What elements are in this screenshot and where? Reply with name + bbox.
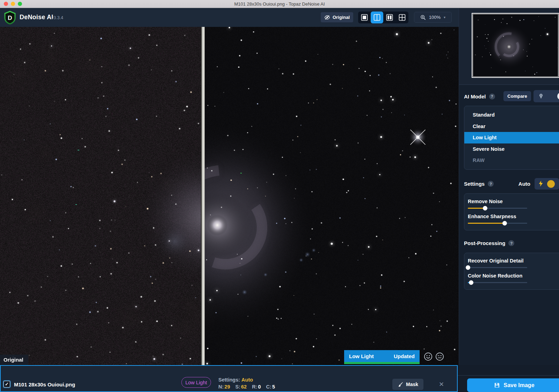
- post-processing-card: Recover Original Detail Color Noise Redu…: [464, 253, 559, 290]
- lightning-icon: [538, 180, 543, 187]
- slider-track[interactable]: [468, 282, 527, 283]
- side-by-side-view-button[interactable]: [383, 12, 396, 23]
- control-panel: AI Model ? Compare Standard Clear Low Li…: [459, 8, 559, 392]
- toggle-knob: [547, 180, 555, 188]
- file-name: M101 28x30s Ouioui.png: [14, 382, 75, 387]
- settings-label: Settings:: [218, 377, 240, 383]
- minimize-window-button[interactable]: [11, 2, 15, 6]
- denoise-logo-icon: D: [3, 10, 16, 25]
- quad-view-icon: [399, 14, 406, 21]
- brush-icon: [398, 382, 403, 387]
- model-option-severe-noise[interactable]: Severe Noise: [464, 143, 559, 155]
- model-pill[interactable]: Low Light: [181, 377, 211, 388]
- navigator-section: [459, 8, 559, 85]
- stats-line: N:29 S:62 R:0 C:5: [218, 383, 279, 390]
- post-processing-header: Post-Processing ?: [464, 238, 554, 249]
- remove-noise-slider[interactable]: Remove Noise: [464, 199, 559, 209]
- stat-color: C:5: [266, 384, 278, 390]
- ai-model-header: AI Model ? Compare: [464, 91, 554, 102]
- compare-button[interactable]: Compare: [503, 91, 531, 101]
- model-option-clear[interactable]: Clear: [464, 121, 559, 132]
- model-option-low-light[interactable]: Low Light: [464, 132, 559, 143]
- save-section: Save Image: [458, 365, 559, 392]
- color-noise-slider[interactable]: Color Noise Reduction: [464, 273, 559, 283]
- model-option-raw[interactable]: RAW: [464, 155, 559, 166]
- single-view-icon: [361, 14, 368, 21]
- quad-view-button[interactable]: [396, 12, 408, 23]
- single-view-button[interactable]: [358, 12, 371, 23]
- stat-noise: N:29: [218, 384, 233, 390]
- mask-button[interactable]: Mask: [392, 379, 423, 390]
- navigator-thumbnail[interactable]: [472, 13, 559, 78]
- enhance-sharpness-slider[interactable]: Enhance Sharpness: [464, 214, 559, 224]
- model-status-badge: Low Light Updated: [344, 350, 420, 362]
- close-window-button[interactable]: [4, 2, 8, 6]
- happy-feedback-icon[interactable]: [424, 352, 433, 361]
- slider-track[interactable]: [468, 267, 527, 268]
- stat-recover: R:0: [252, 384, 264, 390]
- save-label: Save Image: [503, 382, 534, 389]
- view-mode-group: [358, 12, 408, 23]
- original-pane-label: Original: [0, 355, 28, 365]
- remove-noise-label: Remove Noise: [468, 199, 559, 204]
- meh-feedback-icon[interactable]: [435, 352, 444, 361]
- app-name: DeNoise AI: [20, 14, 53, 21]
- settings-value: Auto: [241, 377, 253, 383]
- zoom-in-icon: [420, 15, 426, 20]
- split-preview-image[interactable]: [0, 27, 459, 365]
- auto-settings-toggle[interactable]: [535, 178, 559, 190]
- split-view-icon: [373, 14, 380, 21]
- remove-file-icon[interactable]: ✕: [439, 380, 444, 388]
- file-settings-summary: Settings: Auto N:29 S:62 R:0 C:5: [218, 376, 279, 390]
- eye-off-icon: [324, 15, 330, 20]
- split-view-button[interactable]: [371, 12, 383, 23]
- svg-text:D: D: [8, 15, 12, 21]
- file-strip[interactable]: ✓ M101 28x30s Ouioui.png Low Light Setti…: [0, 365, 458, 392]
- slider-thumb[interactable]: [502, 221, 507, 225]
- toggle-knob: [557, 93, 559, 100]
- window-title: M101 28x30s Ouioui.png - Topaz DeNoise A…: [0, 1, 559, 7]
- slider-track[interactable]: [468, 208, 527, 209]
- app-version: v3.3.4: [51, 15, 63, 20]
- zoom-level: 100%: [429, 15, 441, 20]
- original-label: Original: [333, 15, 350, 20]
- settings-header: Settings ? Auto: [464, 179, 554, 189]
- auto-label: Auto: [518, 181, 530, 187]
- stat-sharpness: S:62: [235, 384, 250, 390]
- recover-detail-slider[interactable]: Recover Original Detail: [464, 258, 559, 268]
- lightbulb-icon: [538, 93, 544, 99]
- post-processing-title: Post-Processing: [464, 240, 505, 246]
- slider-thumb[interactable]: [483, 206, 487, 210]
- badge-status: Updated: [394, 353, 415, 359]
- mask-label: Mask: [406, 382, 418, 387]
- settings-help-icon[interactable]: ?: [488, 181, 494, 187]
- slider-thumb[interactable]: [466, 265, 470, 270]
- file-checkbox[interactable]: ✓: [3, 381, 10, 387]
- badge-model: Low Light: [349, 353, 374, 359]
- color-noise-label: Color Noise Reduction: [468, 273, 559, 279]
- settings-title: Settings: [464, 181, 485, 187]
- enhance-sharpness-label: Enhance Sharpness: [468, 214, 559, 219]
- save-disk-icon: [494, 382, 500, 388]
- side-by-side-view-icon: [386, 14, 393, 21]
- show-original-button[interactable]: Original: [321, 12, 353, 22]
- post-processing-help-icon[interactable]: ?: [508, 240, 514, 246]
- recover-detail-label: Recover Original Detail: [468, 258, 559, 264]
- zoom-window-button[interactable]: [18, 2, 22, 6]
- ai-model-list: Standard Clear Low Light Severe Noise RA…: [464, 106, 559, 170]
- zoom-control[interactable]: 100% ▾: [414, 12, 452, 23]
- auto-model-toggle[interactable]: [533, 90, 559, 102]
- settings-card: Remove Noise Enhance Sharpness: [464, 193, 559, 230]
- slider-track[interactable]: [468, 223, 527, 224]
- slider-thumb[interactable]: [469, 280, 473, 285]
- processing-progress-bar: [344, 362, 420, 364]
- ai-model-help-icon[interactable]: ?: [489, 94, 495, 99]
- save-image-button[interactable]: Save Image: [467, 378, 559, 392]
- chevron-down-icon: ▾: [444, 15, 445, 19]
- model-option-standard[interactable]: Standard: [464, 109, 559, 121]
- macos-titlebar: M101 28x30s Ouioui.png - Topaz DeNoise A…: [0, 0, 559, 8]
- image-viewer[interactable]: Original Low Light Updated: [0, 27, 459, 365]
- ai-model-title: AI Model: [464, 94, 486, 99]
